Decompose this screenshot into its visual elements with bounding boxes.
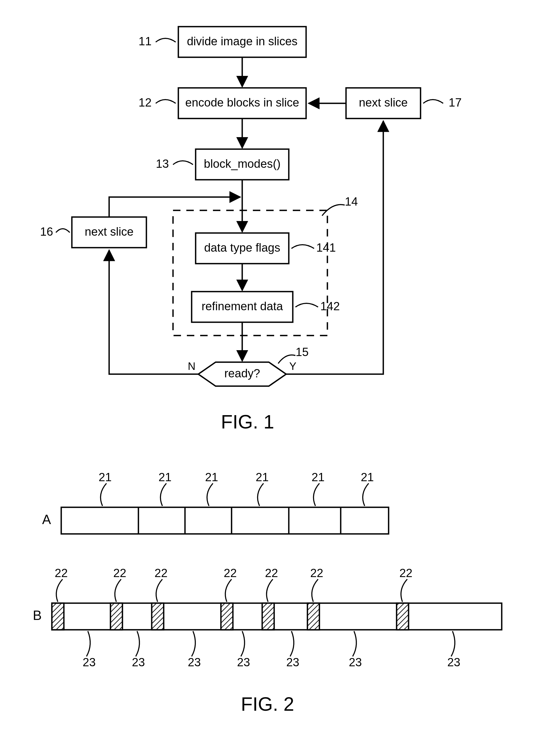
box-next-slice-left: next slice [72, 217, 146, 247]
box-encode-blocks: encode blocks in slice [178, 88, 306, 119]
decision-yes-label: Y [289, 360, 296, 372]
leader-12 [156, 100, 176, 103]
arrow-15-no-to-16 [109, 250, 198, 374]
svg-text:21: 21 [312, 471, 325, 483]
leader-17 [423, 100, 443, 103]
fig2-caption: FIG. 2 [241, 693, 294, 715]
row-a-refs: 21 21 21 21 21 21 [99, 471, 374, 506]
svg-text:22: 22 [113, 567, 127, 579]
svg-text:22: 22 [155, 567, 168, 579]
row-a-label: A [42, 512, 51, 527]
leader-16 [56, 229, 70, 232]
ref-11: 11 [139, 35, 152, 48]
svg-text:23: 23 [349, 655, 362, 669]
svg-text:22: 22 [265, 567, 278, 579]
box-data-type-flags-label: data type flags [204, 241, 280, 254]
figure-2: A 21 21 21 21 21 21 B [33, 471, 502, 715]
svg-text:22: 22 [400, 567, 412, 579]
arrow-16-to-main [109, 197, 240, 217]
svg-rect-28 [307, 603, 320, 630]
row-b-label: B [33, 608, 42, 623]
svg-rect-10 [61, 507, 389, 534]
box-refinement-data-label: refinement data [202, 300, 283, 313]
svg-text:23: 23 [83, 655, 96, 669]
svg-text:23: 23 [286, 655, 299, 669]
svg-text:23: 23 [237, 655, 250, 669]
ref-13: 13 [156, 157, 169, 170]
svg-rect-29 [397, 603, 408, 630]
row-b-refs-23: 23 23 23 23 23 23 23 [83, 631, 461, 669]
svg-text:21: 21 [99, 471, 112, 483]
svg-text:22: 22 [310, 567, 324, 579]
box-next-slice-left-label: next slice [85, 225, 133, 238]
svg-rect-25 [152, 603, 164, 630]
box-block-modes: block_modes() [196, 149, 289, 180]
svg-rect-27 [262, 603, 274, 630]
ref-16: 16 [40, 225, 53, 238]
box-block-modes-label: block_modes() [204, 157, 281, 170]
ref-12: 12 [139, 96, 152, 109]
box-divide-image-label: divide image in slices [187, 35, 297, 48]
decision-ready-label: ready? [224, 367, 260, 380]
ref-15: 15 [296, 345, 309, 359]
fig1-caption: FIG. 1 [221, 411, 274, 432]
decision-ready: ready? [198, 362, 286, 386]
box-data-type-flags: data type flags [196, 233, 289, 264]
svg-text:21: 21 [256, 471, 269, 483]
row-a-bar [61, 507, 389, 534]
svg-text:22: 22 [55, 567, 68, 579]
leader-142 [296, 303, 318, 307]
leader-11 [156, 38, 176, 42]
ref-141: 141 [316, 241, 336, 254]
row-b-refs-22: 22 22 22 22 22 22 22 [55, 567, 412, 602]
ref-17: 17 [449, 96, 462, 109]
box-next-slice-right-label: next slice [359, 96, 408, 109]
svg-rect-24 [110, 603, 123, 630]
ref-142: 142 [320, 300, 340, 313]
decision-no-label: N [188, 360, 196, 372]
svg-text:23: 23 [188, 655, 201, 669]
leader-13 [173, 161, 193, 164]
svg-text:23: 23 [132, 655, 145, 669]
svg-text:21: 21 [159, 471, 172, 483]
box-next-slice-right: next slice [346, 88, 421, 119]
svg-text:23: 23 [447, 655, 461, 669]
figure-1: divide image in slices 11 encode blocks … [40, 27, 462, 432]
row-b-bar [52, 603, 502, 630]
svg-text:21: 21 [361, 471, 374, 483]
svg-rect-26 [221, 603, 233, 630]
svg-text:21: 21 [205, 471, 218, 483]
box-encode-blocks-label: encode blocks in slice [185, 96, 299, 109]
ref-14: 14 [345, 195, 358, 208]
leader-141 [292, 245, 314, 248]
svg-rect-23 [52, 603, 64, 630]
svg-text:22: 22 [224, 567, 237, 579]
box-divide-image: divide image in slices [178, 27, 306, 57]
box-refinement-data: refinement data [192, 292, 293, 322]
